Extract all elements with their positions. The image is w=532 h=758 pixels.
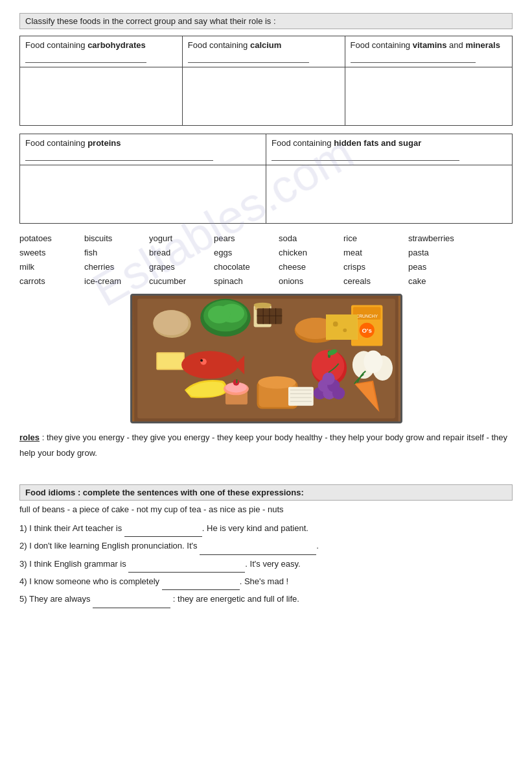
food-item: cucumber bbox=[149, 274, 207, 289]
col3-header: Food containing vitamins and minerals bbox=[351, 40, 507, 51]
food-item: milk bbox=[19, 260, 78, 274]
svg-point-33 bbox=[343, 329, 347, 333]
col3-content bbox=[345, 67, 512, 126]
svg-point-32 bbox=[332, 322, 338, 327]
question-number: 2) bbox=[19, 541, 29, 551]
svg-point-20 bbox=[181, 351, 238, 379]
food-item: eggs bbox=[214, 246, 272, 260]
main-instruction: Classify these foods in the correct grou… bbox=[19, 13, 513, 29]
food-item: soda bbox=[279, 231, 337, 246]
food-item: pasta bbox=[408, 246, 467, 260]
col1-underline bbox=[25, 54, 146, 63]
svg-rect-31 bbox=[326, 314, 358, 340]
question-number: 1) bbox=[19, 523, 29, 533]
food-item: fish bbox=[84, 246, 143, 260]
col2-header: Food containing calcium bbox=[188, 40, 340, 51]
prot-content bbox=[20, 165, 266, 224]
svg-point-40 bbox=[364, 351, 382, 373]
food-item: pears bbox=[214, 231, 272, 246]
fat-underline bbox=[272, 152, 459, 161]
idiom-question: 1) I think their Art teacher is . He is … bbox=[19, 519, 513, 537]
question-before: I think their Art teacher is bbox=[29, 523, 124, 533]
food-item: chicken bbox=[279, 246, 337, 260]
idiom-question: 5) They are always : they are energetic … bbox=[19, 590, 513, 608]
question-after: . She's mad ! bbox=[240, 576, 288, 586]
idioms-header: Food idioms : complete the sentences wit… bbox=[19, 484, 513, 501]
food-item: rice bbox=[343, 231, 402, 246]
roles-title: roles bbox=[19, 432, 40, 442]
food-item: spinach bbox=[214, 274, 272, 289]
food-col-6: strawberriespastapeascake bbox=[408, 231, 467, 289]
food-item: cereals bbox=[343, 274, 402, 289]
answer-blank[interactable] bbox=[128, 563, 245, 573]
svg-point-23 bbox=[200, 359, 203, 362]
question-before: I know someone who is completely bbox=[29, 576, 161, 586]
food-item: yogurt bbox=[149, 231, 207, 246]
question-number: 4) bbox=[19, 576, 29, 586]
fat-header: Food containing hidden fats and sugar bbox=[272, 138, 507, 149]
food-item: biscuits bbox=[84, 231, 143, 246]
food-list: potatoessweetsmilkcarrotsbiscuitsfishche… bbox=[19, 231, 513, 289]
food-item: grapes bbox=[149, 260, 207, 274]
question-before: I think English grammar is bbox=[29, 559, 128, 569]
fat-content bbox=[266, 165, 513, 224]
col2-underline bbox=[188, 54, 309, 63]
food-item: cherries bbox=[84, 260, 143, 274]
food-item: crisps bbox=[343, 260, 402, 274]
food-col-1: biscuitsfishcherriesice-cream bbox=[84, 231, 143, 289]
question-after: : they are energetic and full of life. bbox=[170, 594, 299, 604]
prot-header: Food containing proteins bbox=[25, 138, 260, 149]
idioms-questions: 1) I think their Art teacher is . He is … bbox=[19, 519, 513, 608]
food-item: onions bbox=[279, 274, 337, 289]
col2-content bbox=[182, 67, 345, 126]
prot-underline bbox=[25, 152, 213, 161]
table2: Food containing proteins Food containing… bbox=[19, 134, 513, 224]
question-after: . He is very kind and patient. bbox=[202, 523, 308, 533]
food-item: chocolate bbox=[214, 260, 272, 274]
food-col-0: potatoessweetsmilkcarrots bbox=[19, 231, 78, 289]
food-item: potatoes bbox=[19, 231, 78, 246]
svg-point-7 bbox=[207, 306, 230, 324]
idiom-question: 3) I think English grammar is . It's ver… bbox=[19, 555, 513, 573]
question-number: 3) bbox=[19, 559, 29, 569]
question-before: They are always bbox=[29, 594, 93, 604]
food-item: sweets bbox=[19, 246, 78, 260]
food-item: cake bbox=[408, 274, 467, 289]
food-col-2: yogurtbreadgrapescucumber bbox=[149, 231, 207, 289]
food-item: bread bbox=[149, 246, 207, 260]
svg-rect-45 bbox=[236, 379, 237, 383]
answer-blank[interactable] bbox=[200, 546, 316, 555]
idiom-question: 4) I know someone who is completely . Sh… bbox=[19, 573, 513, 590]
svg-point-3 bbox=[153, 311, 188, 336]
table1: Food containing carbohydrates Food conta… bbox=[19, 36, 513, 126]
svg-text:O's: O's bbox=[362, 327, 371, 335]
food-item: cheese bbox=[279, 260, 337, 274]
col3-underline bbox=[351, 54, 476, 63]
food-col-4: sodachickencheeseonions bbox=[279, 231, 337, 289]
idiom-question: 2) I don't like learning English pronunc… bbox=[19, 537, 513, 554]
food-item: strawberries bbox=[408, 231, 467, 246]
svg-point-10 bbox=[253, 303, 271, 308]
svg-text:CRUNCHY: CRUNCHY bbox=[356, 314, 378, 318]
food-item: meat bbox=[343, 246, 402, 260]
food-col-3: pearseggschocolatespinach bbox=[214, 231, 272, 289]
food-col-5: ricemeatcrispscereals bbox=[343, 231, 402, 289]
col1-header: Food containing carbohydrates bbox=[25, 40, 177, 51]
idioms-expressions: full of beans - a piece of cake - not my… bbox=[19, 504, 513, 514]
svg-point-54 bbox=[322, 373, 334, 385]
question-number: 5) bbox=[19, 594, 29, 604]
answer-blank[interactable] bbox=[124, 528, 202, 537]
question-after: . It's very easy. bbox=[245, 559, 300, 569]
answer-blank[interactable] bbox=[93, 599, 170, 608]
food-item: carrots bbox=[19, 274, 78, 289]
question-after: . bbox=[316, 541, 319, 551]
food-item: ice-cream bbox=[84, 274, 143, 289]
svg-rect-19 bbox=[157, 354, 183, 369]
idioms-section: Food idioms : complete the sentences wit… bbox=[19, 484, 513, 608]
question-before: I don't like learning English pronunciat… bbox=[29, 541, 200, 551]
answer-blank[interactable] bbox=[162, 581, 240, 590]
roles-section: roles : they give you energy - they give… bbox=[19, 430, 513, 460]
food-image: CRUNCHY O's bbox=[130, 294, 402, 423]
roles-text: : they give you energy - they give you e… bbox=[19, 432, 507, 457]
food-item: peas bbox=[408, 260, 467, 274]
